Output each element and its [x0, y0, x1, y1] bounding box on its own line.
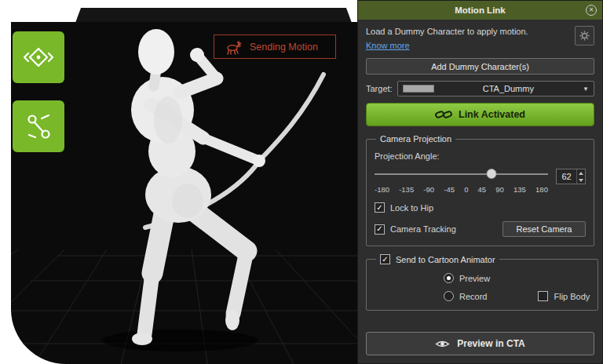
intro-text: Load a Dummy Character to apply motion. — [366, 26, 528, 38]
projection-angle-label: Projection Angle: — [375, 151, 586, 161]
reset-camera-button[interactable]: Reset Camera — [502, 221, 586, 237]
send-to-cartoon-animator-group: ✓ Send to Cartoon Animator Preview Recor… — [366, 254, 598, 311]
send-to-ca-label: Send to Cartoon Animator — [396, 255, 495, 264]
flip-body-label: Flip Body — [554, 292, 590, 301]
link-activated-label: Link Activated — [459, 109, 525, 120]
preview-radio-label: Preview — [459, 274, 490, 283]
mocap-gear-icon — [23, 42, 54, 73]
slider-tick-labels: -180-135-90-4504590135180 — [375, 185, 548, 194]
panel-header: Motion Link ✕ — [358, 1, 602, 20]
slider-track — [375, 173, 548, 175]
flip-body-checkbox[interactable] — [538, 291, 548, 301]
projection-angle-slider[interactable] — [375, 169, 548, 180]
target-thumbnail — [403, 85, 434, 93]
motion-link-button[interactable] — [13, 100, 64, 152]
record-radio[interactable] — [444, 291, 454, 301]
mocap-gear-button[interactable] — [13, 31, 64, 83]
projection-angle-value-box: 62 — [556, 169, 586, 184]
panel-title: Motion Link — [455, 5, 506, 15]
intro-row: Load a Dummy Character to apply motion. … — [366, 26, 594, 52]
camera-projection-group: Camera Projection Projection Angle: -180… — [366, 134, 594, 246]
lock-to-hip-checkbox[interactable]: ✓ — [375, 202, 385, 213]
figure-shadow — [101, 329, 258, 351]
preview-in-cta-button[interactable]: Preview in CTA — [366, 332, 594, 355]
camera-tracking-label: Camera Tracking — [390, 224, 456, 234]
sending-motion-indicator: Sending Motion — [214, 35, 336, 59]
tick-label: -90 — [423, 185, 434, 194]
target-value: CTA_Dummy — [439, 84, 578, 93]
tick-label: 90 — [495, 185, 504, 194]
projection-angle-handle[interactable] — [486, 169, 496, 179]
tick-label: 180 — [535, 185, 548, 194]
spin-up-icon[interactable] — [577, 169, 585, 177]
eye-icon — [435, 339, 450, 349]
tick-label: 0 — [464, 185, 468, 194]
motion-link-panel: Motion Link ✕ Load a Dummy Character to … — [357, 0, 603, 364]
dummy-character — [131, 29, 323, 345]
target-label: Target: — [366, 84, 393, 93]
angle-spinners — [576, 169, 585, 184]
motion-link-icon — [23, 111, 54, 142]
panel-content: Load a Dummy Character to apply motion. … — [358, 20, 602, 363]
tick-label: -135 — [399, 185, 414, 194]
deer-icon — [224, 39, 243, 55]
record-radio-label: Record — [459, 292, 487, 301]
chevron-down-icon: ▼ — [583, 86, 589, 93]
projection-angle-value[interactable]: 62 — [557, 169, 576, 184]
link-icon — [435, 108, 452, 121]
preview-radio[interactable] — [444, 273, 454, 283]
send-to-ca-checkbox[interactable]: ✓ — [380, 254, 390, 264]
lock-to-hip-label: Lock to Hip — [390, 203, 433, 213]
tick-label: -180 — [375, 185, 389, 194]
target-row: Target: CTA_Dummy ▼ — [366, 81, 594, 96]
spin-down-icon[interactable] — [577, 177, 585, 184]
close-icon[interactable]: ✕ — [586, 5, 597, 16]
settings-button[interactable] — [575, 26, 594, 46]
camera-projection-title: Camera Projection — [376, 134, 455, 144]
camera-tracking-checkbox[interactable]: ✓ — [375, 224, 385, 235]
tick-label: -45 — [444, 185, 455, 194]
preview-in-cta-label: Preview in CTA — [457, 338, 524, 349]
know-more-link[interactable]: Know more — [366, 41, 410, 50]
target-dropdown[interactable]: CTA_Dummy ▼ — [397, 81, 594, 96]
add-dummy-button[interactable]: Add Dummy Character(s) — [366, 58, 594, 75]
gear-icon — [579, 30, 590, 42]
tick-label: 135 — [513, 185, 526, 194]
tick-label: 45 — [478, 185, 487, 194]
sending-motion-label: Sending Motion — [250, 42, 318, 53]
link-activated-button[interactable]: Link Activated — [366, 103, 594, 126]
scene-backdrop — [75, 8, 352, 23]
